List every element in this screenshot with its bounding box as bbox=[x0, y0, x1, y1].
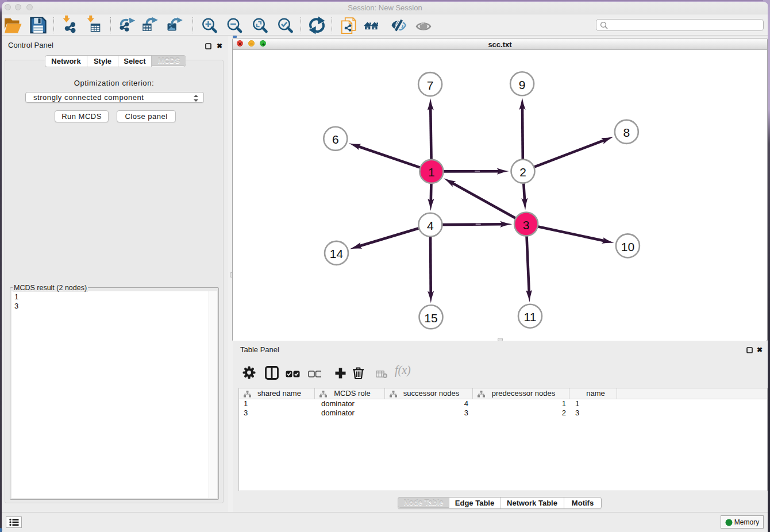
svg-text:14: 14 bbox=[330, 247, 344, 260]
svg-text:3: 3 bbox=[523, 218, 530, 232]
svg-text:8: 8 bbox=[623, 126, 630, 139]
svg-text:1: 1 bbox=[428, 165, 435, 179]
svg-text:11: 11 bbox=[524, 310, 537, 323]
svg-text:9: 9 bbox=[519, 78, 526, 91]
svg-text:2: 2 bbox=[519, 165, 526, 179]
svg-text:15: 15 bbox=[424, 311, 437, 325]
svg-text:6: 6 bbox=[332, 133, 339, 146]
svg-text:10: 10 bbox=[621, 240, 634, 253]
svg-text:4: 4 bbox=[427, 219, 434, 232]
svg-text:7: 7 bbox=[427, 79, 434, 92]
